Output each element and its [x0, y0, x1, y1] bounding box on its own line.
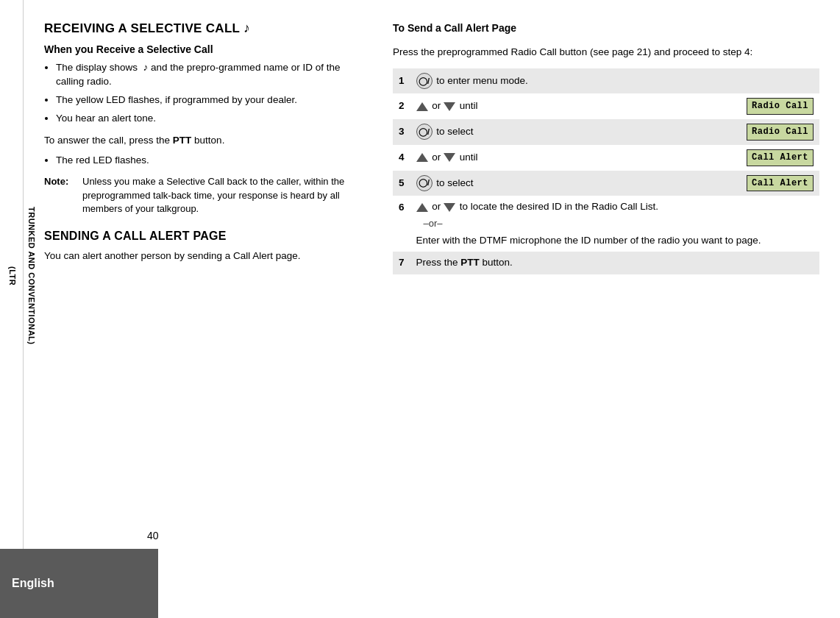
step-6-num: 6: [393, 196, 410, 252]
right-col-intro: Press the preprogrammed Radio Call butto…: [393, 45, 819, 60]
step-2-text: until: [460, 100, 478, 111]
step-4-text: until: [460, 152, 478, 163]
step-1-row: 1 ◯/ to enter menu mode.: [393, 68, 819, 93]
or-text-6: or: [432, 201, 444, 212]
step-3-content: ◯/ to select: [410, 119, 661, 145]
down-arrow-icon-2: [444, 102, 455, 111]
step-5-row: 5 ◯/ to select Call Alert: [393, 171, 819, 196]
step-1-num: 1: [393, 68, 410, 93]
page-number: 40: [147, 530, 159, 541]
or-text-4: or: [432, 152, 444, 163]
step-2-lcd: Radio Call: [661, 93, 819, 119]
lcd-radio-call-2: Radio Call: [747, 98, 814, 115]
sidebar-line2: (LTR: [7, 207, 17, 344]
bullet-2: The yellow LED flashes, if programmed by…: [56, 93, 366, 107]
step-7-content: Press the PTT button.: [410, 252, 819, 274]
ptt-text-7: PTT: [460, 257, 480, 268]
step-4-content: or until: [410, 145, 661, 171]
up-arrow-icon-6: [416, 203, 428, 212]
down-arrow-icon-4: [444, 153, 455, 162]
note-label: Note:: [44, 175, 78, 217]
step-5-num: 5: [393, 171, 410, 196]
step-1-right: [661, 68, 819, 93]
english-label: English: [12, 577, 54, 590]
down-arrow-icon-6: [444, 203, 455, 212]
step-7-num: 7: [393, 252, 410, 274]
step-3-num: 3: [393, 119, 410, 145]
step-1-content: ◯/ to enter menu mode.: [410, 68, 661, 93]
left-column: RECEIVING A SELECTIVE CALL ♪ When you Re…: [24, 0, 384, 618]
step-5-text: to select: [436, 177, 473, 188]
lcd-call-alert-5: Call Alert: [747, 175, 814, 192]
bullet-3: You hear an alert tone.: [56, 112, 366, 126]
section2-para: You can alert another person by sending …: [44, 249, 366, 263]
up-arrow-icon-4: [416, 153, 428, 162]
note-block: Note: Unless you make a Selective Call b…: [44, 175, 366, 217]
step-4-num: 4: [393, 145, 410, 171]
answer-text: To answer the call, press the PTT button…: [44, 133, 366, 148]
note-text: Unless you make a Selective Call back to…: [82, 175, 366, 217]
bullet-1: The display shows ♪ and the prepro-gramm…: [56, 61, 366, 89]
menu-icon-1: ◯/: [416, 73, 433, 89]
section1-title: RECEIVING A SELECTIVE CALL ♪: [44, 21, 366, 36]
answer-bullet: The red LED flashes.: [56, 154, 366, 168]
section2-title: SENDING A CALL ALERT PAGE: [44, 230, 366, 243]
menu-icon-5: ◯/: [416, 175, 433, 191]
right-column: To Send a Call Alert Page Press the prep…: [384, 0, 840, 618]
step-3-row: 3 ◯/ to select Radio Call: [393, 119, 819, 145]
step-6-row: 6 or to locate the desired ID in the Rad…: [393, 196, 819, 252]
menu-icon-3: ◯/: [416, 124, 433, 140]
section1-bullets: The display shows ♪ and the prepro-gramm…: [56, 61, 366, 126]
english-tab[interactable]: English: [0, 549, 158, 618]
sidebar: RADIO CALLS (LTR TRUNKED AND CONVENTIONA…: [0, 0, 24, 618]
step-6-content: or to locate the desired ID in the Radio…: [410, 196, 819, 252]
main-content: RECEIVING A SELECTIVE CALL ♪ When you Re…: [24, 0, 840, 618]
section1-subtitle: When you Receive a Selective Call: [44, 43, 366, 55]
right-col-title: To Send a Call Alert Page: [393, 21, 819, 36]
step-6-text1: to locate the desired ID in the Radio Ca…: [460, 201, 658, 212]
step-6-or: –or–: [424, 217, 814, 230]
sidebar-label: RADIO CALLS (LTR TRUNKED AND CONVENTIONA…: [0, 0, 24, 552]
step-1-text: to enter menu mode.: [436, 75, 528, 86]
steps-table: 1 ◯/ to enter menu mode. 2 or until: [393, 68, 819, 274]
step-6-text2: Enter with the DTMF microphone the ID nu…: [416, 234, 814, 248]
step-4-lcd: Call Alert: [661, 145, 819, 171]
lcd-call-alert-4: Call Alert: [747, 149, 814, 166]
answer-bullet-list: The red LED flashes.: [56, 154, 366, 168]
step-4-row: 4 or until Call Alert: [393, 145, 819, 171]
step-7-row: 7 Press the PTT button.: [393, 252, 819, 274]
lcd-radio-call-3: Radio Call: [747, 124, 814, 141]
step-5-content: ◯/ to select: [410, 171, 661, 196]
step-2-row: 2 or until Radio Call: [393, 93, 819, 119]
step-3-lcd: Radio Call: [661, 119, 819, 145]
up-arrow-icon-2: [416, 102, 428, 111]
step-2-num: 2: [393, 93, 410, 119]
step-2-content: or until: [410, 93, 661, 119]
or-text-2: or: [432, 100, 444, 111]
step-5-lcd: Call Alert: [661, 171, 819, 196]
sidebar-line3: TRUNKED AND CONVENTIONAL): [26, 207, 36, 344]
step-3-text: to select: [436, 126, 473, 137]
